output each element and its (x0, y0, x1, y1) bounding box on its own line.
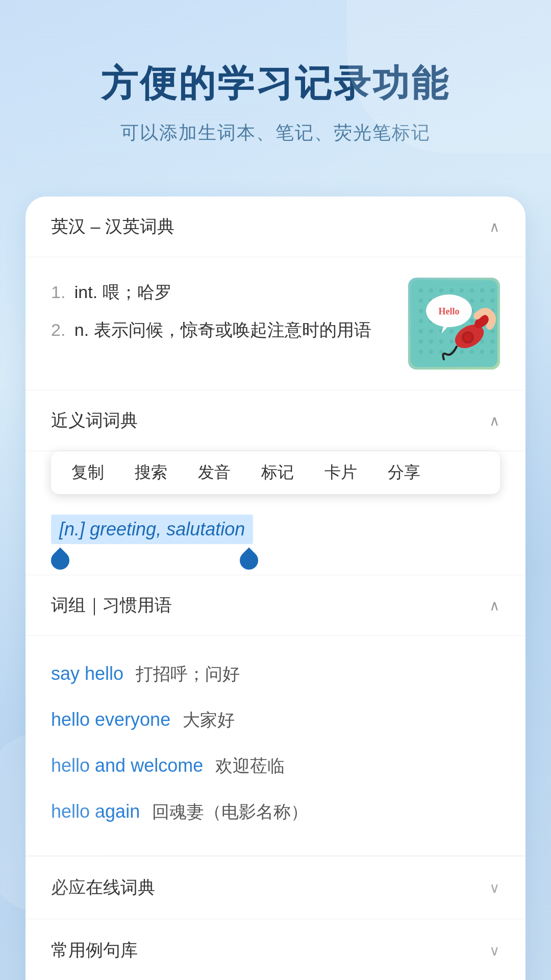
def-number-2: 2. (51, 320, 65, 339)
selection-handle-right (236, 548, 262, 574)
svg-point-41 (419, 339, 423, 344)
phrase-chinese-3: 欢迎莅临 (215, 754, 285, 778)
svg-point-40 (490, 329, 494, 333)
svg-point-7 (480, 288, 484, 292)
phrases-title: 词组｜习惯用语 (51, 594, 172, 617)
def-number-1: 1. (51, 282, 65, 302)
synonyms-title: 近义词词典 (51, 409, 138, 432)
svg-point-5 (460, 288, 464, 292)
phrase-english-1: say hello (51, 663, 123, 684)
biyingdict-chevron-icon: ∨ (489, 879, 500, 896)
svg-point-34 (429, 329, 433, 333)
context-menu-share[interactable]: 分享 (388, 461, 420, 484)
svg-point-48 (490, 339, 494, 344)
phrase-english-2: hello everyone (51, 709, 170, 730)
def-text-1: int. 喂；哈罗 (74, 282, 172, 302)
svg-point-1 (419, 288, 423, 292)
svg-point-17 (419, 309, 423, 313)
svg-point-8 (490, 288, 494, 292)
phrase-item-3[interactable]: hello and welcome 欢迎莅临 (51, 743, 500, 789)
phrases-header[interactable]: 词组｜习惯用语 ∧ (26, 575, 525, 636)
dict-def-1: 1. int. 喂；哈罗 (51, 278, 388, 307)
svg-point-53 (460, 350, 464, 354)
svg-point-14 (470, 299, 474, 303)
context-menu-card[interactable]: 卡片 (324, 461, 357, 484)
context-menu-mark[interactable]: 标记 (261, 461, 294, 484)
svg-text:Hello: Hello (439, 306, 460, 316)
svg-point-47 (480, 339, 484, 344)
svg-point-33 (419, 329, 423, 333)
phrase-item-4[interactable]: hello again 回魂妻（电影名称） (51, 789, 500, 835)
example-sentences-chevron-icon: ∨ (489, 942, 500, 959)
dict-content: 1. int. 喂；哈罗 2. n. 表示问候，惊奇或唤起注意时的用语 (26, 257, 525, 390)
highlighted-synonym-text[interactable]: [n.] greeting, salutation (51, 514, 253, 544)
svg-point-2 (429, 288, 433, 292)
svg-point-63 (464, 334, 471, 341)
context-menu-pronounce[interactable]: 发音 (198, 461, 231, 484)
selection-handle-left (47, 548, 73, 574)
highlighted-text-container: [n.] greeting, salutation (26, 504, 525, 575)
svg-point-4 (449, 288, 454, 292)
svg-point-16 (490, 299, 494, 303)
svg-point-36 (449, 329, 454, 333)
main-card: 英汉 – 汉英词典 ∧ 1. int. 喂；哈罗 2. n. 表示问候，惊奇或唤… (26, 197, 525, 980)
context-menu-copy[interactable]: 复制 (71, 461, 104, 484)
phrases-chevron-icon: ∧ (489, 597, 500, 614)
phrase-chinese-1: 打招呼；问好 (136, 663, 240, 686)
english-chinese-dict-header[interactable]: 英汉 – 汉英词典 ∧ (26, 197, 525, 257)
svg-point-44 (449, 339, 454, 344)
svg-point-55 (480, 350, 484, 354)
svg-point-49 (419, 350, 423, 354)
biyingdict-section[interactable]: 必应在线词典 ∨ (26, 856, 525, 919)
phrase-chinese-2: 大家好 (183, 708, 235, 732)
phrase-item-1[interactable]: say hello 打招呼；问好 (51, 651, 500, 697)
svg-point-51 (439, 350, 443, 354)
svg-point-30 (470, 319, 474, 323)
svg-point-50 (429, 350, 433, 354)
synonyms-chevron-icon: ∧ (489, 412, 500, 429)
svg-point-9 (419, 299, 423, 303)
svg-point-3 (439, 288, 443, 292)
phrase-item-2[interactable]: hello everyone 大家好 (51, 697, 500, 743)
context-menu-search[interactable]: 搜索 (135, 461, 167, 484)
context-menu: 复制 搜索 发音 标记 卡片 分享 (51, 451, 500, 494)
svg-point-42 (429, 339, 433, 344)
svg-point-25 (419, 319, 423, 323)
dict-definitions: 1. int. 喂；哈罗 2. n. 表示问候，惊奇或唤起注意时的用语 (51, 278, 408, 353)
dict-image: Hello (408, 278, 500, 370)
phrase-chinese-4: 回魂妻（电影名称） (152, 800, 308, 824)
english-chinese-dict-title: 英汉 – 汉英词典 (51, 215, 174, 238)
svg-point-56 (490, 350, 494, 354)
chevron-up-icon: ∧ (489, 218, 500, 235)
svg-point-6 (470, 288, 474, 292)
dict-def-2: 2. n. 表示问候，惊奇或唤起注意时的用语 (51, 315, 388, 345)
synonyms-header[interactable]: 近义词词典 ∧ (26, 390, 525, 451)
svg-point-15 (480, 299, 484, 303)
synonyms-section: 近义词词典 ∧ 复制 搜索 发音 标记 卡片 分享 [n.] greeting,… (26, 390, 525, 575)
def-text-2: n. 表示问候，惊奇或唤起注意时的用语 (74, 320, 371, 339)
svg-point-54 (470, 350, 474, 354)
example-sentences-title: 常用例句库 (51, 939, 138, 962)
example-sentences-section[interactable]: 常用例句库 ∨ (26, 919, 525, 980)
svg-point-43 (439, 339, 443, 344)
